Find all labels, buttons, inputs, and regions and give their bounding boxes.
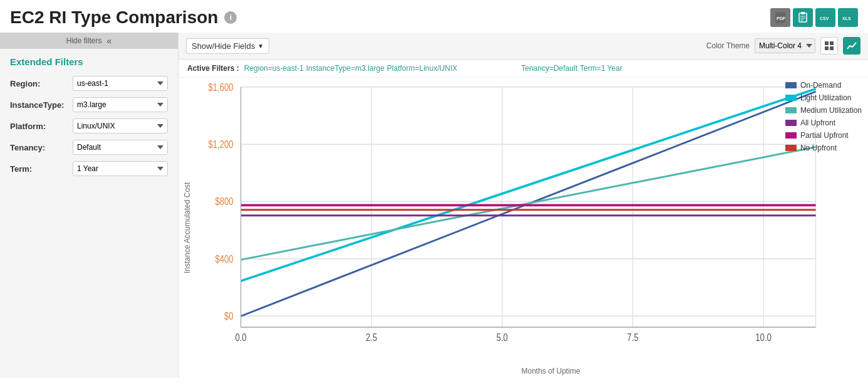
svg-text:$400: $400 [215,254,233,265]
svg-text:$1,600: $1,600 [209,81,234,93]
chart-inner: $1,600 $1,200 $800 $400 $0 0.0 2.5 5.0 7… [196,78,868,378]
svg-text:$800: $800 [215,196,233,207]
tenancy-label: Tenancy: [10,143,73,152]
legend-all-upfront: All Upfront [785,118,862,127]
svg-text:$0: $0 [224,311,234,322]
svg-rect-14 [830,46,834,50]
show-hide-fields-button[interactable]: Show/Hide Fields ▼ [186,38,269,54]
all-upfront-legend-label: All Upfront [800,118,835,127]
sidebar: Hide filters « Extended Filters Region: … [0,33,178,378]
hide-filters-bar[interactable]: Hide filters « [0,33,178,49]
on-demand-legend-color [785,82,797,88]
chart-toolbar: Show/Hide Fields ▼ Color Theme Multi-Col… [178,33,868,60]
csv-export-button[interactable]: CSV [815,8,835,27]
export-buttons: PDF CSV [770,8,858,27]
legend-partial-upfront: Partial Upfront [785,131,862,140]
chart-area: Instance Accumulated Cost [178,78,868,378]
hide-filters-label: Hide filters [66,36,102,45]
instance-type-filter-tag: InstanceType=m3.large [306,64,385,73]
legend-medium-utilization: Medium Utilization [785,106,862,115]
tenancy-select[interactable]: Default Dedicated Host [73,140,168,155]
line-chart-view-button[interactable] [843,37,860,55]
legend-on-demand: On-Demand [785,81,862,90]
color-theme-select[interactable]: Multi-Color 4 Multi-Color 1 Multi-Color … [755,38,815,53]
svg-text:7.5: 7.5 [627,332,638,344]
light-utilization-line [241,89,816,281]
svg-rect-3 [801,12,805,14]
svg-text:$1,200: $1,200 [209,139,234,150]
medium-utilization-line [241,147,816,260]
partial-upfront-legend-color [785,132,797,139]
svg-rect-11 [825,41,829,45]
show-hide-dropdown-arrow: ▼ [257,43,264,50]
no-upfront-legend-label: No Upfront [800,144,837,152]
region-select[interactable]: us-east-1 us-west-1 us-west-2 eu-west-1 [73,76,168,91]
legend-light-utilization: Light Utilization [785,93,862,102]
svg-text:XLS: XLS [842,16,851,21]
light-utilization-legend-label: Light Utilization [800,93,851,102]
tenancy-filter-tag: Tenancy=Default [521,64,577,73]
svg-text:PDF: PDF [777,16,785,21]
main-layout: Hide filters « Extended Filters Region: … [0,33,868,378]
info-icon[interactable]: i [224,11,237,24]
platform-filter-tag: Platform=Linux/UNIX [387,64,457,73]
clipboard-export-button[interactable] [793,8,813,27]
instance-type-filter-row: InstanceType: m3.large m3.medium m3.xlar… [10,97,168,112]
medium-utilization-legend-label: Medium Utilization [800,106,862,115]
instance-type-select[interactable]: m3.large m3.medium m3.xlarge [73,97,168,112]
filters-panel: Extended Filters Region: us-east-1 us-we… [0,49,178,190]
platform-label: Platform: [10,122,73,131]
hide-filters-arrows: « [106,36,111,46]
svg-rect-12 [830,41,834,45]
grid-view-button[interactable] [820,37,838,55]
line-chart-icon [847,41,857,51]
pdf-export-button[interactable]: PDF [770,8,790,27]
csv-icon: CSV [819,12,832,23]
region-filter-row: Region: us-east-1 us-west-1 us-west-2 eu… [10,76,168,91]
region-label: Region: [10,79,73,88]
chart-svg: $1,600 $1,200 $800 $400 $0 0.0 2.5 5.0 7… [196,78,868,364]
svg-rect-2 [799,13,807,22]
legend-no-upfront: No Upfront [785,144,862,152]
term-filter-row: Term: 1 Year 3 Years [10,161,168,176]
page-header: EC2 RI Type Comparison i PDF [0,0,868,33]
platform-filter-row: Platform: Linux/UNIX Windows RHEL [10,118,168,134]
x-axis-label: Months of Uptime [196,364,868,378]
excel-export-button[interactable]: XLS [838,8,858,27]
instance-type-label: InstanceType: [10,100,73,110]
light-utilization-legend-color [785,95,797,101]
active-filters-label: Active Filters : [187,64,239,73]
medium-utilization-legend-color [785,107,797,113]
color-theme-label: Color Theme [706,41,750,50]
no-upfront-legend-color [785,145,797,151]
grid-icon [824,41,834,51]
region-filter-tag: Region=us-east-1 [244,64,304,73]
platform-select[interactable]: Linux/UNIX Windows RHEL [73,118,168,134]
y-axis-label: Instance Accumulated Cost [178,78,196,378]
term-filter-tag: Term=1 Year [580,64,623,73]
content-area: Show/Hide Fields ▼ Color Theme Multi-Col… [178,33,868,378]
clipboard-icon [798,12,808,23]
toolbar-right: Color Theme Multi-Color 4 Multi-Color 1 … [706,37,860,55]
svg-text:5.0: 5.0 [497,332,508,344]
svg-text:0.0: 0.0 [235,332,246,344]
all-upfront-legend-color [785,120,797,126]
svg-text:2.5: 2.5 [366,332,377,344]
term-label: Term: [10,164,73,174]
show-hide-fields-label: Show/Hide Fields [192,41,255,51]
filters-title: Extended Filters [10,56,168,67]
svg-text:10.0: 10.0 [755,332,772,344]
chart-svg-container: $1,600 $1,200 $800 $400 $0 0.0 2.5 5.0 7… [196,78,868,364]
svg-rect-13 [825,46,829,50]
svg-text:CSV: CSV [820,16,829,21]
tenancy-filter-row: Tenancy: Default Dedicated Host [10,140,168,155]
partial-upfront-legend-label: Partial Upfront [800,131,849,140]
excel-icon: XLS [842,12,854,23]
chart-legend: On-Demand Light Utilization Medium Utili… [785,81,862,152]
active-filters-bar: Active Filters : Region=us-east-1 Instan… [178,60,868,78]
pdf-icon: PDF [775,12,785,23]
page-title: EC2 RI Type Comparison [10,8,218,28]
on-demand-legend-label: On-Demand [800,81,841,90]
term-select[interactable]: 1 Year 3 Years [73,161,168,176]
